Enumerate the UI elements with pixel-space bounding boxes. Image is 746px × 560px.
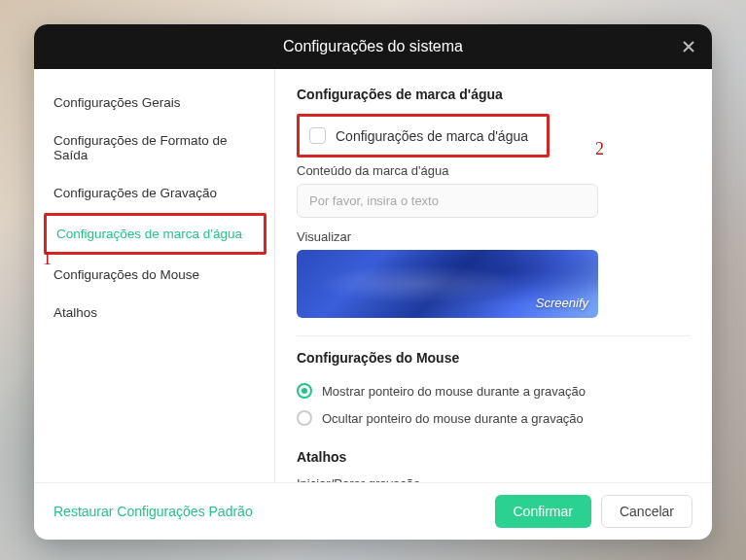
divider (297, 335, 691, 336)
watermark-content-label: Conteúdo da marca d'água (297, 163, 691, 178)
watermark-enable-row[interactable]: Configurações de marca d'água (297, 114, 550, 158)
sidebar-item-label: Configurações de Formato de Saída (53, 133, 228, 162)
confirm-button[interactable]: Confirmar (495, 495, 591, 528)
watermark-section-title: Configurações de marca d'água (297, 87, 691, 102)
settings-content: Configurações de marca d'água Configuraç… (275, 69, 712, 482)
watermark-enable-label: Configurações de marca d'água (336, 128, 528, 144)
modal-title: Configurações do sistema (283, 38, 463, 55)
sidebar-item-label: Atalhos (53, 305, 97, 320)
modal-header: Configurações do sistema (34, 24, 712, 69)
sidebar-item-output-format[interactable]: Configurações de Formato de Saída (44, 122, 266, 173)
watermark-preview: Screenify (297, 250, 598, 318)
settings-sidebar: Configurações Gerais Configurações de Fo… (34, 69, 275, 482)
watermark-preview-label: Visualizar (297, 229, 691, 244)
sidebar-item-label: Configurações de Gravação (53, 186, 217, 200)
close-icon (681, 39, 696, 54)
watermark-content-input[interactable] (297, 184, 598, 218)
sidebar-item-label: Configurações de marca d'água (56, 227, 242, 241)
cancel-button[interactable]: Cancelar (601, 495, 693, 528)
modal-footer: Restaurar Configurações Padrão Confirmar… (34, 482, 712, 540)
sidebar-item-label: Configurações do Mouse (53, 267, 199, 282)
restore-defaults-link[interactable]: Restaurar Configurações Padrão (53, 504, 253, 519)
shortcuts-section-title: Atalhos (297, 449, 691, 465)
sidebar-item-shortcuts[interactable]: Atalhos (44, 295, 266, 331)
radio-hide-pointer[interactable] (297, 410, 312, 426)
sidebar-item-label: Configurações Gerais (53, 95, 181, 110)
radio-show-pointer[interactable] (297, 383, 312, 399)
settings-modal: Configurações do sistema Configurações G… (34, 24, 712, 540)
watermark-enable-checkbox[interactable] (309, 127, 326, 144)
mouse-option-label: Mostrar ponteiro do mouse durante a grav… (322, 384, 586, 399)
mouse-section-title: Configurações do Mouse (297, 350, 691, 366)
mouse-option-label: Ocultar ponteiro do mouse durante a grav… (322, 411, 584, 426)
sidebar-item-mouse[interactable]: Configurações do Mouse (44, 257, 266, 293)
sidebar-item-watermark[interactable]: Configurações de marca d'água (44, 213, 266, 255)
sidebar-item-general[interactable]: Configurações Gerais (44, 85, 266, 121)
mouse-option-show[interactable]: Mostrar ponteiro do mouse durante a grav… (297, 377, 691, 404)
close-button[interactable] (677, 35, 700, 58)
mouse-option-hide[interactable]: Ocultar ponteiro do mouse durante a grav… (297, 404, 691, 432)
watermark-preview-text: Screenify (536, 296, 588, 310)
sidebar-item-recording[interactable]: Configurações de Gravação (44, 175, 266, 211)
